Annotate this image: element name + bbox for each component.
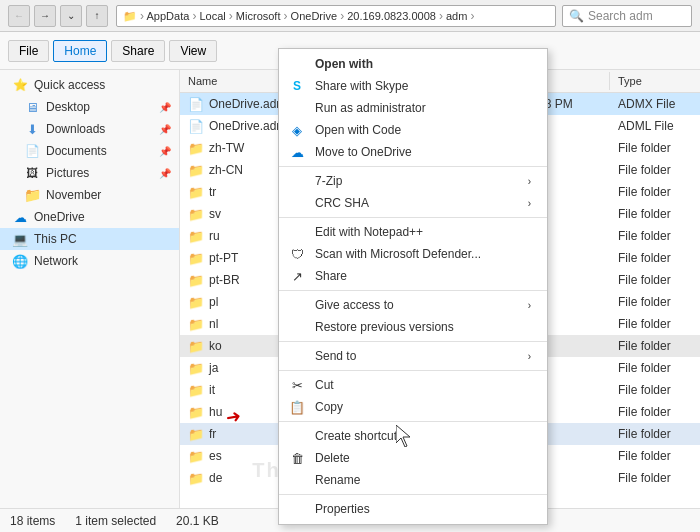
back-button[interactable]: ←: [8, 5, 30, 27]
file-type-cell: File folder: [610, 447, 700, 465]
titlebar: ← → ⌄ ↑ 📁 › AppData › Local › Microsoft …: [0, 0, 700, 32]
file-name: pt-BR: [209, 273, 240, 287]
cm-run-admin[interactable]: Run as administrator: [279, 97, 547, 119]
delete-icon: 🗑: [289, 450, 305, 466]
file-size: 20.1 KB: [176, 514, 219, 528]
onedrive-icon: ☁: [12, 209, 28, 225]
cm-label: Restore previous versions: [315, 320, 454, 334]
file-type: File folder: [618, 383, 671, 397]
cm-open-with-header: Open with: [279, 53, 547, 75]
file-name: zh-CN: [209, 163, 243, 177]
cm-separator: [279, 290, 547, 291]
ribbon-file-btn[interactable]: File: [8, 40, 49, 62]
folder-icon: 📁: [188, 426, 204, 442]
sidebar-item-label: This PC: [34, 232, 77, 246]
ribbon-view-btn[interactable]: View: [169, 40, 217, 62]
file-type: File folder: [618, 295, 671, 309]
cm-label: Move to OneDrive: [315, 145, 412, 159]
file-type: File folder: [618, 405, 671, 419]
cm-properties[interactable]: Properties: [279, 498, 547, 520]
file-type: File folder: [618, 339, 671, 353]
sidebar-item-pictures[interactable]: 🖼 Pictures 📌: [0, 162, 179, 184]
sidebar-item-label: Quick access: [34, 78, 105, 92]
sidebar-item-documents[interactable]: 📄 Documents 📌: [0, 140, 179, 162]
cm-restore[interactable]: Restore previous versions: [279, 316, 547, 338]
cm-share[interactable]: ↗ Share: [279, 265, 547, 287]
sidebar-item-november[interactable]: 📁 November: [0, 184, 179, 206]
folder-icon: 📁: [188, 470, 204, 486]
file-type: File folder: [618, 449, 671, 463]
cm-share-skype[interactable]: S Share with Skype: [279, 75, 547, 97]
send-icon: [289, 348, 305, 364]
file-name: ru: [209, 229, 220, 243]
cm-notepad[interactable]: Edit with Notepad++: [279, 221, 547, 243]
folder-icon: 📁: [188, 184, 204, 200]
cm-open-code[interactable]: ◈ Open with Code: [279, 119, 547, 141]
sidebar-item-label: Network: [34, 254, 78, 268]
pin-icon: 📌: [159, 102, 171, 113]
sidebar-item-downloads[interactable]: ⬇ Downloads 📌: [0, 118, 179, 140]
cm-separator: [279, 217, 547, 218]
mouse-cursor: [396, 425, 412, 450]
cm-cut[interactable]: ✂ Cut: [279, 374, 547, 396]
file-type-cell: ADML File: [610, 117, 700, 135]
folder-icon: 📁: [188, 206, 204, 222]
file-type-cell: File folder: [610, 249, 700, 267]
address-bar[interactable]: 📁 › AppData › Local › Microsoft › OneDri…: [116, 5, 556, 27]
file-name: de: [209, 471, 222, 485]
pin-icon2: 📌: [159, 124, 171, 135]
sidebar-item-thispc[interactable]: 💻 This PC: [0, 228, 179, 250]
context-menu: Open with S Share with Skype Run as admi…: [278, 48, 548, 525]
folder-icon: 📁: [188, 272, 204, 288]
cm-copy[interactable]: 📋 Copy: [279, 396, 547, 418]
cm-label: Cut: [315, 378, 334, 392]
sidebar-item-quick-access[interactable]: ⭐ Quick access: [0, 74, 179, 96]
up-button[interactable]: ↑: [86, 5, 108, 27]
search-icon: 🔍: [569, 9, 584, 23]
sidebar-item-network[interactable]: 🌐 Network: [0, 250, 179, 272]
desktop-icon: 🖥: [24, 99, 40, 115]
ribbon-share-btn[interactable]: Share: [111, 40, 165, 62]
access-icon: [289, 297, 305, 313]
file-type: File folder: [618, 273, 671, 287]
submenu-arrow: ›: [528, 351, 531, 362]
file-name: hu: [209, 405, 222, 419]
folder-icon: 📁: [188, 228, 204, 244]
cm-rename[interactable]: Rename: [279, 469, 547, 491]
cm-label: Edit with Notepad++: [315, 225, 423, 239]
window: ← → ⌄ ↑ 📁 › AppData › Local › Microsoft …: [0, 0, 700, 532]
file-type: File folder: [618, 251, 671, 265]
header-type[interactable]: Type: [610, 72, 700, 90]
file-type-cell: File folder: [610, 271, 700, 289]
cm-7zip[interactable]: 7-Zip ›: [279, 170, 547, 192]
cm-separator: [279, 494, 547, 495]
sidebar-item-label: Documents: [46, 144, 107, 158]
ribbon-home-btn[interactable]: Home: [53, 40, 107, 62]
file-type-cell: File folder: [610, 469, 700, 487]
cm-label: Share: [315, 269, 347, 283]
submenu-arrow: ›: [528, 176, 531, 187]
cm-label: Send to: [315, 349, 356, 363]
cm-defender[interactable]: 🛡 Scan with Microsoft Defender...: [279, 243, 547, 265]
file-icon: 📄: [188, 96, 204, 112]
cm-give-access[interactable]: Give access to ›: [279, 294, 547, 316]
cm-create-shortcut[interactable]: Create shortcut: [279, 425, 547, 447]
file-name: it: [209, 383, 215, 397]
cm-send-to[interactable]: Send to ›: [279, 345, 547, 367]
sidebar-item-label: Pictures: [46, 166, 89, 180]
sidebar-item-onedrive[interactable]: ☁ OneDrive: [0, 206, 179, 228]
skype-icon: S: [289, 78, 305, 94]
folder-icon: 📁: [188, 316, 204, 332]
cm-delete[interactable]: 🗑 Delete: [279, 447, 547, 469]
sidebar-item-label: November: [46, 188, 101, 202]
search-bar[interactable]: 🔍 Search adm: [562, 5, 692, 27]
admin-icon: [289, 100, 305, 116]
item-count: 18 items: [10, 514, 55, 528]
recent-button[interactable]: ⌄: [60, 5, 82, 27]
cut-icon: ✂: [289, 377, 305, 393]
cm-move-onedrive[interactable]: ☁ Move to OneDrive: [279, 141, 547, 163]
forward-button[interactable]: →: [34, 5, 56, 27]
file-type-cell: File folder: [610, 139, 700, 157]
cm-crc-sha[interactable]: CRC SHA ›: [279, 192, 547, 214]
sidebar-item-desktop[interactable]: 🖥 Desktop 📌: [0, 96, 179, 118]
